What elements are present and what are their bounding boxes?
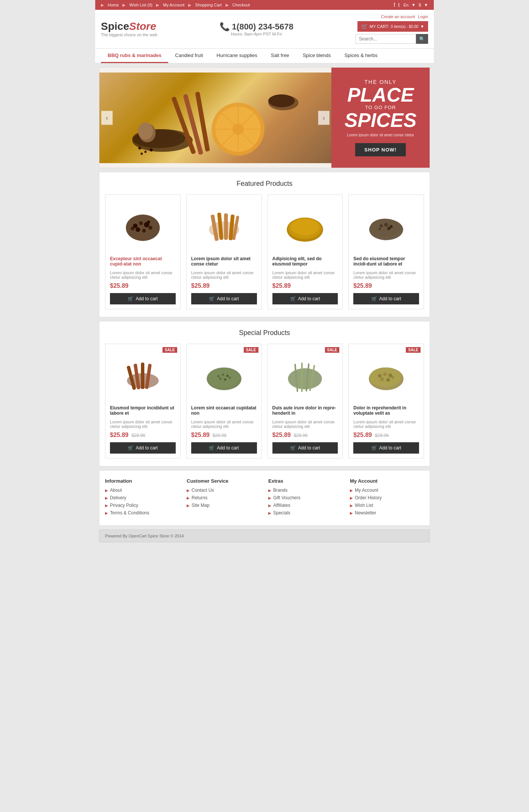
search-input[interactable] <box>356 34 416 44</box>
footer-link-text: Delivery <box>110 495 126 500</box>
top-link-wishlist[interactable]: Wish List (0) <box>129 3 152 7</box>
footer-link[interactable]: ▶Delivery <box>105 495 179 500</box>
special-product-card: SALE Duis aute irure dolor in repre-hend… <box>268 344 343 458</box>
footer-link[interactable]: ▶Site Map <box>187 503 261 508</box>
add-to-cart-button[interactable]: 🛒 Add to cart <box>353 293 419 304</box>
footer-arrow-icon: ▶ <box>105 496 108 500</box>
svg-point-25 <box>136 227 140 232</box>
footer-link[interactable]: ▶Gift Vouchers <box>268 495 342 500</box>
top-link-cart[interactable]: Shopping Cart <box>195 3 221 7</box>
product-image-wrap <box>110 349 176 401</box>
svg-point-56 <box>224 378 226 381</box>
footer-link[interactable]: ▶About <box>105 488 179 493</box>
logo[interactable]: SpiceStore The biggest choice on the web <box>101 21 157 37</box>
logo-spice: Spice <box>101 20 129 32</box>
footer-link[interactable]: ▶Newsletter <box>350 510 424 516</box>
footer-link[interactable]: ▶Returns <box>187 495 261 500</box>
footer-link[interactable]: ▶Order History <box>350 495 424 500</box>
top-link-home[interactable]: Home <box>108 3 119 7</box>
add-to-cart-button[interactable]: 🛒 Add to cart <box>191 293 257 304</box>
product-image-wrap <box>272 199 338 252</box>
old-price: $28.96 <box>375 433 389 438</box>
nav-item-spicesherbs[interactable]: Spices & herbs <box>338 49 384 63</box>
nav-item-candied[interactable]: Candied fruit <box>168 49 210 63</box>
footer-link[interactable]: ▶Terms & Conditions <box>105 510 179 516</box>
featured-product-card: Excepteur sint occaecat cupid-atat non L… <box>105 195 181 309</box>
hero-next-button[interactable]: › <box>318 111 329 125</box>
add-to-cart-button[interactable]: 🛒 Add to cart <box>272 442 338 454</box>
svg-point-17 <box>141 153 143 155</box>
cart-button[interactable]: 🛒 MY CART: 0 item(s) - $0.00 ▼ <box>357 21 428 32</box>
footer-link[interactable]: ▶Brands <box>268 488 342 493</box>
svg-point-15 <box>144 151 147 153</box>
old-price: $28.96 <box>131 433 145 438</box>
svg-point-14 <box>138 147 141 150</box>
featured-product-card: Sed do eiusmod tempor incidi-dunt ut lab… <box>348 195 424 309</box>
product-price: $25.89 <box>191 283 257 289</box>
footer-arrow-icon: ▶ <box>350 496 353 500</box>
svg-point-27 <box>147 221 150 224</box>
footer-col-title: Customer Service <box>187 478 261 484</box>
footer-link[interactable]: ▶Contact Us <box>187 488 261 493</box>
search-bar: 🔍 <box>356 34 428 44</box>
add-to-cart-button[interactable]: 🛒 Add to cart <box>110 293 176 304</box>
cart-btn-icon: 🛒 <box>371 296 377 301</box>
login-link[interactable]: Login <box>418 14 428 19</box>
business-hours: Hours: 8am-4pm PST M-Fri <box>220 32 294 36</box>
hero-spice-visual <box>125 73 306 163</box>
facebook-icon[interactable]: f <box>394 2 395 8</box>
cart-count: 0 item(s) - $0.00 <box>391 25 418 29</box>
product-name: Eiusmod tempor incididunt ut labore et <box>110 405 176 417</box>
svg-point-68 <box>380 377 384 381</box>
footer-link-text: Order History <box>355 495 382 500</box>
top-link-myaccount[interactable]: My Account <box>163 3 184 7</box>
nav-item-bbq[interactable]: BBQ rubs & marinades <box>101 49 168 63</box>
footer-link[interactable]: ▶My Account <box>350 488 424 493</box>
add-to-cart-button[interactable]: 🛒 Add to cart <box>353 442 419 454</box>
footer-arrow-icon: ▶ <box>268 503 271 508</box>
product-description: Lorem ipsum dolor sit amet conse ctetur … <box>191 420 257 429</box>
svg-point-37 <box>291 219 319 235</box>
footer-link[interactable]: ▶Privacy Policy <box>105 503 179 508</box>
shop-now-button[interactable]: SHOP NOW! <box>355 143 405 156</box>
footer-col-title: Extras <box>268 478 342 484</box>
special-price-container: $25.89 $28.96 <box>272 432 338 438</box>
add-to-cart-button[interactable]: 🛒 Add to cart <box>110 442 176 454</box>
footer-link[interactable]: ▶Specials <box>268 510 342 516</box>
footer-arrow-icon: ▶ <box>187 503 190 508</box>
product-description: Lorem ipsum dolor sit amet conse ctetur … <box>353 270 419 279</box>
search-button[interactable]: 🔍 <box>416 34 428 44</box>
product-image-wrap <box>191 349 257 401</box>
language-select[interactable]: En <box>404 3 408 7</box>
cart-btn-icon: 🛒 <box>371 445 377 451</box>
footer-link-text: Specials <box>273 510 290 516</box>
top-link-checkout[interactable]: Checkout <box>232 3 250 7</box>
nav-item-spiceblends[interactable]: Spice blends <box>296 49 337 63</box>
hero-prev-button[interactable]: ‹ <box>101 111 113 125</box>
add-to-cart-button[interactable]: 🛒 Add to cart <box>191 442 257 454</box>
special-title: Special Products <box>105 329 424 337</box>
hero-promo-line2: PLACE <box>347 85 414 105</box>
logo-text: SpiceStore <box>101 21 157 32</box>
cart-icon: 🛒 <box>361 23 368 29</box>
create-account-link[interactable]: Create an account <box>381 14 415 19</box>
svg-point-44 <box>387 227 390 230</box>
product-image-wrap <box>191 199 257 252</box>
footer-link[interactable]: ▶Wish List <box>350 503 424 508</box>
nav-item-hurricane[interactable]: Hurricane supplies <box>210 49 264 63</box>
svg-point-52 <box>217 375 220 377</box>
product-name: Excepteur sint occaecat cupid-atat non <box>110 256 176 268</box>
nav-item-saltfree[interactable]: Salt free <box>264 49 296 63</box>
add-to-cart-button[interactable]: 🛒 Add to cart <box>272 293 338 304</box>
currency-select[interactable]: $ <box>419 3 421 7</box>
footer-link-text: My Account <box>355 488 378 493</box>
add-to-cart-label: Add to cart <box>217 296 239 301</box>
sale-badge: SALE <box>325 347 340 353</box>
twitter-icon[interactable]: t <box>398 2 400 8</box>
product-description: Lorem ipsum dolor sit amet conse ctetur … <box>353 420 419 429</box>
header-contact: 📞 1(800) 234-5678 Hours: 8am-4pm PST M-F… <box>220 22 294 36</box>
cart-btn-icon: 🛒 <box>128 296 133 301</box>
footer-link-text: Brands <box>273 488 288 493</box>
footer-link[interactable]: ▶Affiliates <box>268 503 342 508</box>
footer-link-text: Site Map <box>192 503 209 508</box>
